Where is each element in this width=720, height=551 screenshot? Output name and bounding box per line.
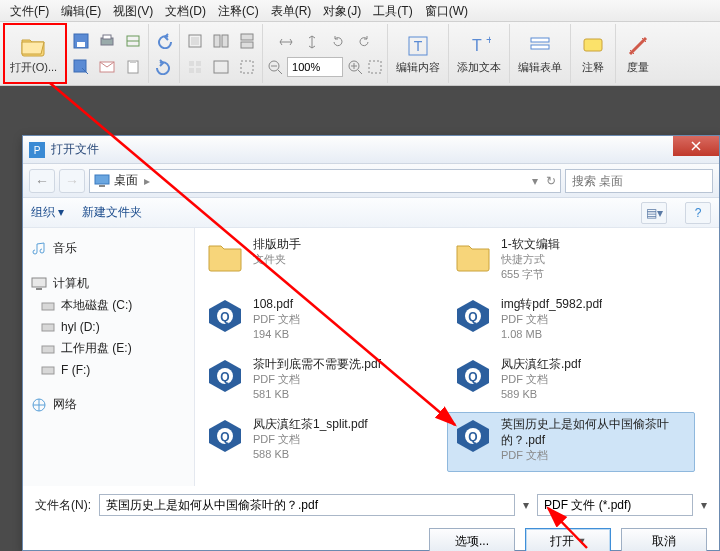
file-item[interactable]: Qimg转pdf_5982.pdfPDF 文档1.08 MB bbox=[447, 292, 695, 352]
menu-document[interactable]: 文档(D) bbox=[159, 0, 212, 21]
drive-d-label: hyl (D:) bbox=[61, 320, 100, 334]
view-mode6-icon[interactable] bbox=[236, 56, 258, 78]
rotate-right-icon[interactable] bbox=[353, 31, 375, 53]
location-bar[interactable]: 桌面 ▸ ▾ ↻ bbox=[89, 169, 561, 193]
nav-back-button[interactable]: ← bbox=[29, 169, 55, 193]
menu-annotate[interactable]: 注释(C) bbox=[212, 0, 265, 21]
file-name: 1-软文编辑 bbox=[501, 236, 560, 252]
view-mode4-icon[interactable] bbox=[184, 56, 206, 78]
file-item[interactable]: 1-软文编辑快捷方式655 字节 bbox=[447, 232, 695, 292]
sidebar-computer[interactable]: 计算机 bbox=[27, 269, 190, 294]
add-text-label: 添加文本 bbox=[457, 60, 501, 75]
save-as-icon[interactable] bbox=[70, 56, 92, 78]
file-type: PDF 文档 bbox=[253, 312, 300, 327]
refresh-icon[interactable]: ↻ bbox=[546, 174, 556, 188]
clipboard-icon[interactable] bbox=[122, 56, 144, 78]
redo-icon[interactable] bbox=[153, 56, 175, 78]
sidebar-network[interactable]: 网络 bbox=[27, 390, 190, 415]
menu-view[interactable]: 视图(V) bbox=[107, 0, 159, 21]
annotate-button[interactable]: 注释 bbox=[575, 30, 611, 77]
file-item[interactable]: 排版助手文件夹 bbox=[199, 232, 447, 292]
pdf-icon: Q bbox=[205, 356, 245, 396]
view-mode2-icon[interactable] bbox=[210, 30, 232, 52]
menu-edit[interactable]: 编辑(E) bbox=[55, 0, 107, 21]
svg-rect-44 bbox=[42, 324, 54, 331]
search-input[interactable] bbox=[565, 169, 713, 193]
drive-icon bbox=[41, 299, 55, 313]
file-item[interactable]: Q108.pdfPDF 文档194 KB bbox=[199, 292, 447, 352]
filename-input[interactable] bbox=[99, 494, 515, 516]
fit-page-icon[interactable] bbox=[301, 31, 323, 53]
annotate-icon bbox=[579, 32, 607, 60]
scan-icon[interactable] bbox=[122, 30, 144, 52]
sidebar-drive-d[interactable]: hyl (D:) bbox=[27, 317, 190, 337]
svg-text:+: + bbox=[486, 34, 491, 47]
filter-select[interactable] bbox=[537, 494, 693, 516]
zoom-input[interactable] bbox=[287, 57, 343, 77]
toolbar: 打开(O)... bbox=[0, 22, 720, 86]
svg-text:T: T bbox=[414, 38, 423, 54]
view-mode1-icon[interactable] bbox=[184, 30, 206, 52]
sidebar-network-label: 网络 bbox=[53, 396, 77, 413]
file-item[interactable]: Q英国历史上是如何从中国偷茶叶的？.pdfPDF 文档 bbox=[447, 412, 695, 472]
view-mode5-icon[interactable] bbox=[210, 56, 232, 78]
fit-width-icon[interactable] bbox=[275, 31, 297, 53]
rotate-left-icon[interactable] bbox=[327, 31, 349, 53]
zoom-out-icon[interactable] bbox=[267, 59, 283, 75]
file-type: PDF 文档 bbox=[501, 448, 689, 463]
view-mode3-icon[interactable] bbox=[236, 30, 258, 52]
help-button[interactable]: ? bbox=[685, 202, 711, 224]
new-folder-button[interactable]: 新建文件夹 bbox=[82, 204, 142, 221]
marquee-zoom-icon[interactable] bbox=[367, 59, 383, 75]
svg-rect-29 bbox=[369, 61, 381, 73]
zoom-in-icon[interactable] bbox=[347, 59, 363, 75]
drive-icon bbox=[41, 320, 55, 334]
open-dialog-label: 打开 bbox=[550, 533, 574, 550]
menu-window[interactable]: 窗口(W) bbox=[419, 0, 474, 21]
sidebar-music[interactable]: 音乐 bbox=[27, 234, 190, 259]
open-dialog-button[interactable]: 打开▼ bbox=[525, 528, 611, 551]
open-button[interactable]: 打开(O)... bbox=[6, 30, 61, 77]
file-type: PDF 文档 bbox=[253, 372, 381, 387]
file-item[interactable]: Q凤庆滇红茶.pdfPDF 文档589 KB bbox=[447, 352, 695, 412]
svg-text:Q: Q bbox=[220, 310, 229, 324]
add-text-icon: T+ bbox=[465, 32, 493, 60]
edit-content-button[interactable]: T 编辑内容 bbox=[392, 30, 444, 77]
undo-icon[interactable] bbox=[153, 30, 175, 52]
menu-tools[interactable]: 工具(T) bbox=[367, 0, 418, 21]
file-item[interactable]: Q茶叶到底需不需要洗.pdfPDF 文档581 KB bbox=[199, 352, 447, 412]
save-icon[interactable] bbox=[70, 30, 92, 52]
sidebar-drive-e[interactable]: 工作用盘 (E:) bbox=[27, 337, 190, 360]
drive-f-label: F (F:) bbox=[61, 363, 90, 377]
menu-object[interactable]: 对象(J) bbox=[317, 0, 367, 21]
file-size: 581 KB bbox=[253, 387, 381, 402]
add-text-button[interactable]: T+ 添加文本 bbox=[453, 30, 505, 77]
options-button[interactable]: 选项... bbox=[429, 528, 515, 551]
nav-forward-button[interactable]: → bbox=[59, 169, 85, 193]
close-button[interactable] bbox=[673, 136, 719, 156]
measure-button[interactable]: 度量 bbox=[620, 30, 656, 77]
svg-rect-21 bbox=[241, 61, 253, 73]
print-icon[interactable] bbox=[96, 30, 118, 52]
view-options-button[interactable]: ▤▾ bbox=[641, 202, 667, 224]
file-item[interactable]: Q凤庆滇红茶1_split.pdfPDF 文档588 KB bbox=[199, 412, 447, 472]
menu-form[interactable]: 表单(R) bbox=[265, 0, 318, 21]
svg-rect-3 bbox=[103, 35, 111, 39]
sidebar-drive-f[interactable]: F (F:) bbox=[27, 360, 190, 380]
cancel-button[interactable]: 取消 bbox=[621, 528, 707, 551]
menubar: 文件(F) 编辑(E) 视图(V) 文档(D) 注释(C) 表单(R) 对象(J… bbox=[0, 0, 720, 22]
svg-rect-46 bbox=[42, 367, 54, 374]
sidebar-drive-c[interactable]: 本地磁盘 (C:) bbox=[27, 294, 190, 317]
edit-form-icon bbox=[526, 32, 554, 60]
measure-label: 度量 bbox=[627, 60, 649, 75]
svg-rect-9 bbox=[130, 60, 136, 63]
dialog-title: 打开文件 bbox=[51, 141, 99, 158]
svg-rect-45 bbox=[42, 346, 54, 353]
svg-rect-34 bbox=[531, 38, 549, 42]
file-type: 快捷方式 bbox=[501, 252, 560, 267]
edit-form-button[interactable]: 编辑表单 bbox=[514, 30, 566, 77]
email-icon[interactable] bbox=[96, 56, 118, 78]
menu-file[interactable]: 文件(F) bbox=[4, 0, 55, 21]
organize-menu[interactable]: 组织 ▾ bbox=[31, 204, 64, 221]
sidebar: 音乐 计算机 本地磁盘 (C:) hyl (D:) 工作用盘 (E:) F (F… bbox=[23, 228, 195, 486]
